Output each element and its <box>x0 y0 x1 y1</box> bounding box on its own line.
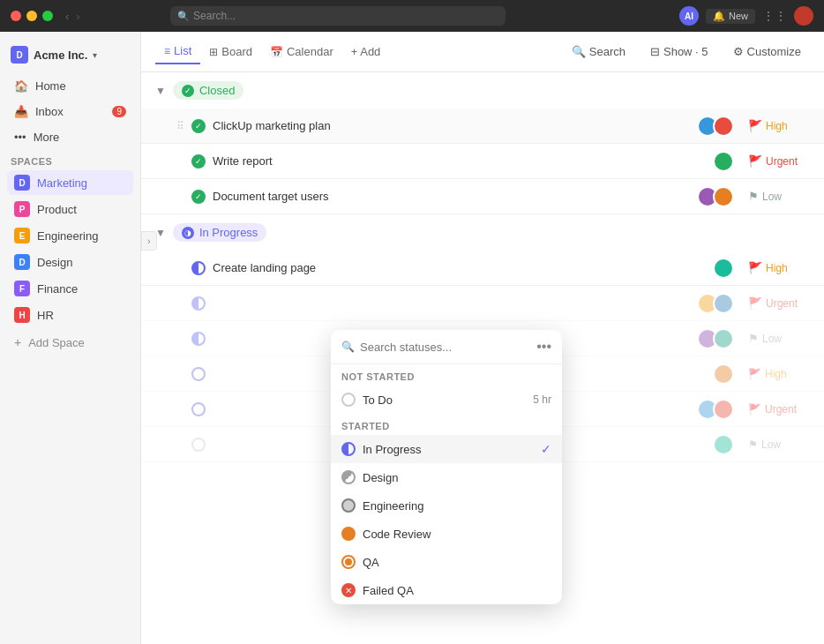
add-view-button[interactable]: + Add <box>342 40 390 64</box>
section-header-closed[interactable]: ▼ ✓ Closed <box>141 72 824 109</box>
close-dot[interactable] <box>11 11 21 21</box>
task-checkbox[interactable]: ✓ <box>191 119 206 133</box>
in-progress-status-label: In Progress <box>199 226 258 239</box>
todo-time: 5 hr <box>533 393 551 406</box>
minimize-dot[interactable] <box>26 11 37 21</box>
task-status-half[interactable] <box>191 261 206 275</box>
grid-icon[interactable]: ⋮⋮ <box>762 9 787 23</box>
sidebar-item-more[interactable]: ••• More <box>7 125 133 149</box>
board-label: Board <box>221 45 252 58</box>
hr-label: HR <box>37 309 54 322</box>
qa-label: QA <box>363 556 551 569</box>
plus-icon: + <box>14 335 21 349</box>
closed-status-badge: ✓ Closed <box>173 81 243 100</box>
section-header-in-progress[interactable]: ▼ ◑ In Progress <box>141 214 824 251</box>
titlebar-right: AI 🔔 New ⋮⋮ <box>679 6 813 26</box>
closed-status-circle: ✓ <box>182 85 194 97</box>
workspace-logo[interactable]: D Acme Inc. ▾ <box>0 39 140 74</box>
code-review-label: Code Review <box>363 528 551 541</box>
task-name[interactable]: ClickUp marketing plan <box>213 119 690 132</box>
sidebar-item-product[interactable]: P Product <box>7 197 133 221</box>
main-content: ≡ List ⊞ Board 📅 Calendar + Add 🔍 Search… <box>141 32 824 644</box>
dropdown-section-started: STARTED In Progress ✓ Design <box>331 414 562 604</box>
tab-list[interactable]: ≡ List <box>155 39 200 64</box>
engineering-label: Engineering <box>37 229 98 243</box>
task-row: ⠿ Create landing page 🚩 High <box>141 251 824 286</box>
show-button[interactable]: ⊟ Show · 5 <box>641 41 717 63</box>
priority-flag[interactable]: ⚑ Low <box>748 190 810 203</box>
dropdown-section-title: STARTED <box>331 414 562 435</box>
nav-back-icon[interactable]: ‹ <box>65 10 69 23</box>
sidebar-item-finance[interactable]: F Finance <box>7 276 133 301</box>
sidebar-collapse-button[interactable]: › <box>141 231 157 251</box>
nav-forward-icon[interactable]: › <box>76 10 79 23</box>
product-space-icon: P <box>14 201 30 217</box>
sidebar-item-inbox[interactable]: 📥 Inbox 9 <box>7 100 133 124</box>
sidebar-item-engineering[interactable]: E Engineering <box>7 223 133 248</box>
dropdown-section-title: NOT STARTED <box>331 364 562 386</box>
priority-flag: ⚑ Low <box>748 332 810 345</box>
hr-space-icon: H <box>14 307 30 323</box>
list-icon: ≡ <box>164 45 170 57</box>
add-space-label: Add Space <box>28 336 85 349</box>
inbox-icon: 📥 <box>14 105 28 118</box>
task-name[interactable]: Create landing page <box>213 261 706 274</box>
flag-icon: 🚩 <box>748 261 762 274</box>
task-checkbox[interactable]: ✓ <box>191 190 206 204</box>
dropdown-item-code-review[interactable]: Code Review <box>331 520 562 548</box>
tab-board[interactable]: ⊞ Board <box>200 40 261 64</box>
search-label: Search <box>589 45 625 58</box>
closed-toggle-icon: ▼ <box>155 85 166 97</box>
bell-icon: 🔔 <box>713 11 725 22</box>
calendar-icon: 📅 <box>270 46 283 58</box>
finance-label: Finance <box>37 282 78 296</box>
add-space-button[interactable]: + Add Space <box>0 331 140 354</box>
task-row: ⠿ ✓ ClickUp marketing plan 🚩 High <box>141 109 824 144</box>
sidebar-item-home[interactable]: 🏠 Home <box>7 74 133 98</box>
sidebar-item-marketing[interactable]: D Marketing <box>7 170 133 195</box>
check-icon: ✓ <box>195 122 202 131</box>
dropdown-search-input[interactable] <box>360 341 531 354</box>
priority-flag[interactable]: 🚩 High <box>748 119 810 132</box>
sidebar-item-design[interactable]: D Design <box>7 250 133 274</box>
task-status-half <box>191 332 206 346</box>
task-avatars <box>713 258 734 279</box>
maximize-dot[interactable] <box>42 11 53 21</box>
dropdown-item-engineering[interactable]: Engineering <box>331 491 562 520</box>
toolbar-right: 🔍 Search ⊟ Show · 5 ⚙ Customize <box>563 41 810 63</box>
dropdown-item-design[interactable]: Design <box>331 463 562 491</box>
new-label: New <box>729 11 748 21</box>
sidebar-item-hr[interactable]: H HR <box>7 303 133 327</box>
task-name[interactable]: Document target users <box>213 190 690 203</box>
priority-flag[interactable]: 🚩 High <box>748 261 810 274</box>
ai-badge[interactable]: AI <box>679 6 699 26</box>
priority-flag[interactable]: 🚩 Urgent <box>748 154 810 168</box>
dropdown-section-not-started: NOT STARTED To Do 5 hr <box>331 364 562 414</box>
priority-label: High <box>766 120 788 132</box>
task-row: ⠿ 🚩 Urgent <box>141 286 824 321</box>
dropdown-item-qa[interactable]: QA <box>331 548 562 576</box>
avatar <box>713 328 734 349</box>
task-row: ⠿ ✓ Write report 🚩 Urgent <box>141 144 824 179</box>
engineering-space-icon: E <box>14 228 30 243</box>
flag-icon: 🚩 <box>748 119 762 132</box>
board-icon: ⊞ <box>209 46 218 58</box>
more-icon: ••• <box>14 131 26 144</box>
customize-button[interactable]: ⚙ Customize <box>724 41 810 63</box>
new-button[interactable]: 🔔 New <box>706 9 755 24</box>
search-button[interactable]: 🔍 Search <box>563 41 634 63</box>
search-icon: 🔍 <box>177 11 190 22</box>
drag-handle-icon[interactable]: ⠿ <box>176 120 184 132</box>
task-checkbox[interactable]: ✓ <box>191 154 206 168</box>
list-area: ▼ ✓ Closed ⠿ ✓ ClickUp marketing plan <box>141 72 824 644</box>
titlebar-search[interactable]: 🔍 Search... <box>170 6 506 26</box>
user-avatar[interactable] <box>794 6 813 26</box>
tab-calendar[interactable]: 📅 Calendar <box>261 40 342 64</box>
flag-icon: 🚩 <box>748 154 762 168</box>
dropdown-more-icon[interactable]: ••• <box>536 339 551 355</box>
dropdown-item-in-progress[interactable]: In Progress ✓ <box>331 435 562 463</box>
dropdown-item-todo[interactable]: To Do 5 hr <box>331 386 562 414</box>
task-name[interactable]: Write report <box>213 154 706 168</box>
priority-label: Urgent <box>766 155 798 168</box>
dropdown-item-failed-qa[interactable]: ✕ Failed QA <box>331 576 562 604</box>
